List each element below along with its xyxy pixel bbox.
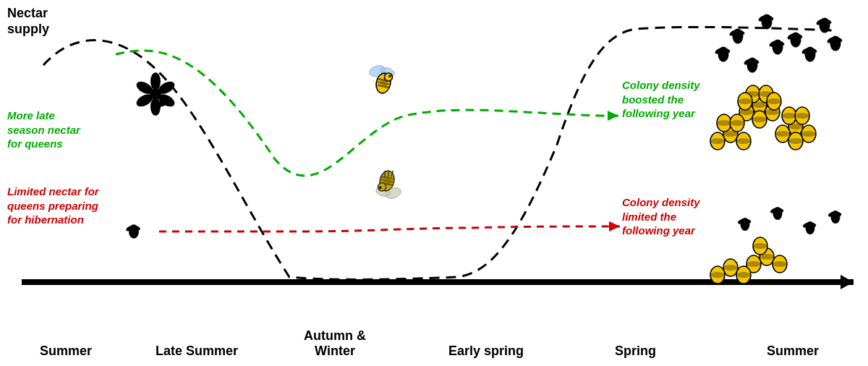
season-late-summer: Late Summer: [156, 344, 238, 359]
green-right-annotation: Colony densityboosted thefollowing year: [622, 78, 700, 121]
season-autumn-winter: Autumn &Winter: [304, 328, 366, 359]
diagram-canvas: [0, 0, 868, 366]
red-left-annotation: Limited nectar forqueens preparingfor hi…: [7, 184, 99, 227]
season-summer-left: Summer: [40, 344, 92, 359]
nectar-supply-label: Nectarsupply: [7, 6, 49, 37]
season-summer-right: Summer: [767, 344, 819, 359]
main-container: Nectarsupply More lateseason nectarfor q…: [0, 0, 868, 366]
green-left-annotation: More lateseason nectarfor queens: [7, 108, 80, 151]
red-right-annotation: Colony densitylimited thefollowing year: [622, 195, 700, 238]
season-spring: Spring: [615, 344, 656, 359]
season-early-spring: Early spring: [448, 344, 524, 359]
